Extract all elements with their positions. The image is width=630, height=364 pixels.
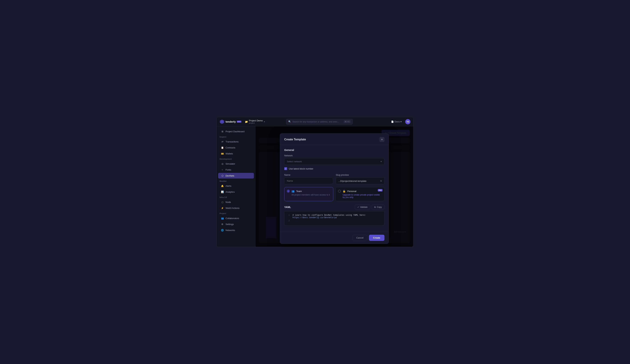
sidebar-label-collaborators: Collaborators (226, 217, 239, 220)
search-icon: 🔍 (288, 120, 291, 123)
sidebar-item-node[interactable]: ◻ Node (218, 199, 254, 205)
modal-footer: Cancel Create (280, 232, 389, 244)
team-card-title: Team (296, 190, 302, 193)
docs-icon: 📄 (391, 120, 394, 123)
yaml-header: YAML ✓ Validate ⧉ Copy (284, 205, 384, 210)
network-label: Network (284, 154, 384, 157)
personal-radio (338, 190, 341, 193)
app-name: tenderly (226, 120, 236, 123)
team-card-description: All project members will have access to … (287, 194, 331, 196)
modal-close-button[interactable]: ✕ (380, 137, 384, 142)
settings-icon: ⚙ (221, 223, 224, 226)
search-shortcut: ⌘ + k (344, 120, 350, 123)
sidebar-label-forks: Forks (226, 168, 231, 171)
general-section-title: General (284, 148, 384, 151)
sidebar-item-collaborators[interactable]: 👥 Collaborators (218, 215, 254, 221)
yaml-actions: ✓ Validate ⧉ Copy (355, 205, 384, 210)
name-input[interactable] (284, 178, 333, 184)
infra-section-label: Infra 3.0 (217, 195, 255, 199)
team-card-header: 👥 Team (287, 190, 331, 193)
validate-label: Validate (360, 206, 368, 208)
visibility-cards: 👥 Team All project members will have acc… (284, 187, 384, 201)
docs-label: Docs (394, 120, 400, 123)
team-icon: 👥 (292, 190, 294, 193)
validate-icon: ✓ (357, 206, 359, 208)
sidebar-item-devnets[interactable]: ⬡ DevNets (218, 173, 254, 178)
name-slug-row: Name Slug preview ...D/project/devnet-te… (284, 174, 384, 184)
development-section-label: Development (217, 157, 255, 161)
use-latest-block-checkbox[interactable]: ✓ (284, 167, 287, 170)
pro-badge: Pro (378, 189, 382, 191)
yaml-lineno-2: 2 (287, 220, 290, 222)
content-area: + + Create Template and Debugger (256, 126, 413, 247)
personal-icon: 🔒 (342, 190, 346, 193)
sidebar-label-contracts: Contracts (226, 146, 235, 149)
validate-button[interactable]: ✓ Validate (355, 205, 370, 210)
sidebar-item-contracts[interactable]: 📋 Contracts (218, 145, 254, 150)
devnets-icon: ⬡ (221, 174, 224, 177)
project-section-label: Project (217, 211, 255, 215)
search-bar[interactable]: 🔍 Search for any transaction or address,… (286, 119, 353, 125)
sidebar-item-networks[interactable]: 🌐 Networks (218, 227, 254, 233)
create-template-modal: Create Template ✕ General Network Select… (280, 133, 389, 244)
checkbox-label: Use latest block number (289, 167, 313, 170)
sidebar-label-project-dashboard: Project Dashboard (226, 130, 244, 133)
copy-icon: ⧉ (374, 206, 376, 208)
slug-field-group: Slug preview ...D/project/devnet-templat… (336, 174, 384, 184)
sidebar-label-networks: Networks (226, 229, 235, 232)
personal-visibility-card[interactable]: Pro 🔒 Personal Upgrade to create private… (336, 187, 384, 201)
sidebar-item-project-dashboard[interactable]: ⊞ Project Dashboard (218, 129, 254, 134)
sidebar-item-alerts[interactable]: 🔔 Alerts (218, 183, 254, 189)
sidebar-label-web3actions: Web3 Actions (226, 207, 240, 209)
simulator-icon: ◎ (221, 162, 224, 165)
docs-chevron-icon: ▾ (400, 120, 402, 123)
copy-button[interactable]: ⧉ Copy (372, 205, 384, 210)
sidebar-label-node: Node (226, 201, 231, 203)
project-selector[interactable]: 📁 Project Demo project ▾ (244, 119, 266, 125)
network-select-dropdown[interactable]: Select network ▾ (284, 158, 384, 165)
copy-slug-icon[interactable]: ⧉ (380, 180, 382, 182)
sidebar-item-web3actions[interactable]: ⚡ Web3 Actions (218, 205, 254, 211)
cancel-button[interactable]: Cancel (352, 235, 367, 241)
sidebar-item-forks[interactable]: ⑂ Forks (218, 167, 254, 173)
yaml-section-title: YAML (284, 206, 291, 209)
dashboard-icon: ⊞ (221, 130, 224, 133)
transactions-icon: ⇄ (221, 140, 224, 143)
team-visibility-card[interactable]: 👥 Team All project members will have acc… (284, 187, 333, 201)
slug-preview-field: ...D/project/devnet-template ⧉ (336, 178, 384, 184)
yaml-code-1: # Learn how to configure DevNet template… (292, 214, 382, 219)
main-layout: ⊞ Project Dashboard Inspect ⇄ Transactio… (217, 126, 413, 247)
sidebar-label-simulator: Simulator (226, 162, 235, 165)
analytics-icon: 📊 (221, 190, 224, 193)
yaml-docs-link[interactable]: https://docs.tenderly.co/devnets/ya (292, 216, 337, 219)
sidebar-item-wallets[interactable]: 💳 Wallets (218, 151, 254, 156)
sidebar-item-simulator[interactable]: ◎ Simulator (218, 161, 254, 167)
top-bar-right: 📄 Docs ▾ TD (390, 119, 410, 124)
docs-button[interactable]: 📄 Docs ▾ (390, 120, 403, 124)
tenderly-logo[interactable]: tenderly DEV (220, 119, 241, 124)
project-chevron-icon: ▾ (264, 120, 265, 123)
name-field-label: Name (284, 174, 333, 176)
yaml-line-1: 1 # Learn how to configure DevNet templa… (287, 214, 382, 219)
modal-body: General Network Select network ▾ ✓ Use l… (280, 145, 389, 232)
user-avatar[interactable]: TD (405, 119, 410, 124)
create-button[interactable]: Create (369, 235, 384, 241)
sidebar-label-transactions: Transactions (226, 140, 238, 143)
yaml-section: YAML ✓ Validate ⧉ Copy (284, 205, 384, 225)
search-placeholder: Search for any transaction or address, a… (292, 120, 342, 123)
sidebar-item-transactions[interactable]: ⇄ Transactions (218, 139, 254, 144)
folder-icon: 📁 (245, 120, 248, 123)
modal-title: Create Template (284, 138, 306, 141)
collaborators-icon: 👥 (221, 217, 224, 220)
sidebar-label-alerts: Alerts (226, 185, 231, 187)
slug-field-label: Slug preview (336, 174, 384, 176)
alerts-icon: 🔔 (221, 184, 224, 187)
sidebar-item-analytics[interactable]: 📊 Analytics (218, 189, 254, 195)
sidebar-label-wallets: Wallets (226, 152, 233, 155)
yaml-editor[interactable]: 1 # Learn how to configure DevNet templa… (284, 211, 384, 225)
slug-value: ...D/project/devnet-template (338, 180, 366, 182)
sidebar-item-settings[interactable]: ⚙ Settings (218, 221, 254, 227)
yaml-line-2: 2 (287, 220, 382, 222)
wallets-icon: 💳 (221, 152, 224, 155)
node-icon: ◻ (221, 201, 224, 203)
